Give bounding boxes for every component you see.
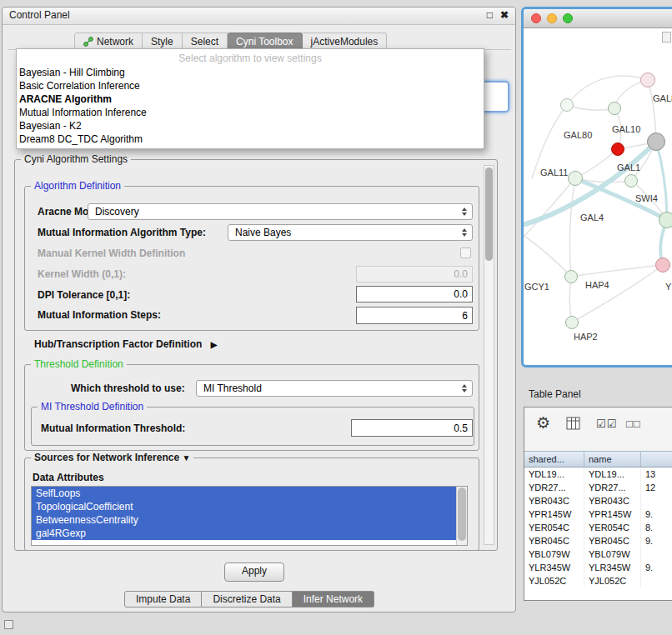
mi-threshold-field[interactable] <box>351 419 473 437</box>
select-all-checkboxes-icon[interactable]: ☑☑ <box>596 418 617 430</box>
network-node[interactable] <box>647 132 665 151</box>
sources-group-title[interactable]: Sources for Network Inference ▼ <box>31 452 193 463</box>
table-cell[interactable]: YBR045C <box>524 534 584 548</box>
list-item-betweennesscentrality[interactable]: BetweennessCentrality <box>32 513 457 527</box>
table-row[interactable]: YJL052C YJL052C <box>524 574 672 588</box>
aracne-mode-select[interactable]: Discovery <box>88 203 473 220</box>
table-row[interactable]: YDL19... YDL19... 13 <box>524 468 672 481</box>
algorithm-option-mutual-information[interactable]: Mutual Information Inference <box>17 106 484 119</box>
mi-steps-label: Mutual Information Steps: <box>38 307 161 323</box>
table-cell[interactable]: YLR345W <box>584 561 641 574</box>
tab-select[interactable]: Select <box>183 32 228 50</box>
network-node-gal1[interactable] <box>624 174 638 188</box>
network-node[interactable] <box>659 212 672 228</box>
algorithm-option-basic-correlation[interactable]: Basic Correlation Inference <box>17 79 484 92</box>
table-cell[interactable]: YBR043C <box>524 494 584 508</box>
table-cell[interactable]: YER054C <box>584 521 641 534</box>
network-window-titlebar[interactable] <box>524 9 672 28</box>
table-row[interactable]: YDR27... YDR27... 12 <box>524 481 672 494</box>
network-node[interactable] <box>560 98 574 112</box>
table-row[interactable]: YBL079W YBL079W <box>524 548 672 561</box>
close-traffic-light-icon[interactable] <box>531 13 541 23</box>
column-browser-icon[interactable] <box>566 417 580 430</box>
table-cell[interactable]: YDL19... <box>524 468 584 481</box>
control-panel-titlebar[interactable]: Control Panel □ ✖ <box>3 8 515 25</box>
minimize-traffic-light-icon[interactable] <box>547 13 557 23</box>
settings-scrollbar-thumb[interactable] <box>485 168 493 261</box>
table-cell[interactable]: 9. <box>641 508 672 521</box>
settings-scrollbar[interactable] <box>484 165 494 545</box>
table-cell[interactable]: 12 <box>641 481 672 494</box>
tab-style[interactable]: Style <box>143 32 183 50</box>
table-cell[interactable]: 8. <box>641 521 672 534</box>
close-window-icon[interactable]: ✖ <box>500 9 509 21</box>
apply-button[interactable]: Apply <box>224 562 284 582</box>
dpi-tolerance-field[interactable] <box>356 286 473 302</box>
algorithm-option-aracne[interactable]: ARACNE Algorithm <box>17 92 484 106</box>
column-header-name[interactable]: name <box>584 452 641 467</box>
table-cell[interactable]: 9. <box>641 561 672 574</box>
network-node[interactable] <box>608 102 621 115</box>
network-node-hap4[interactable] <box>564 270 578 283</box>
tab-network[interactable]: Network <box>74 32 143 50</box>
algorithm-option-bayesian-k2[interactable]: Bayesian - K2 <box>17 119 484 132</box>
table-row[interactable]: YBR043C YBR043C <box>524 494 672 508</box>
data-attributes-label: Data Attributes <box>33 469 104 486</box>
table-row[interactable]: YER054C YER054C 8. <box>524 521 672 534</box>
list-item-topologicalcoefficient[interactable]: TopologicalCoefficient <box>32 500 457 513</box>
table-cell[interactable]: YBR043C <box>584 494 641 508</box>
network-node-gal10[interactable] <box>611 142 624 156</box>
gear-icon[interactable]: ⚙ <box>536 414 550 432</box>
table-cell[interactable]: YPR145W <box>584 508 641 521</box>
table-cell[interactable]: YBL079W <box>524 548 584 561</box>
tab-infer-network[interactable]: Infer Network <box>293 591 374 608</box>
network-canvas[interactable]: GAL8 GAL80 GAL10 GAL11 GAL1 SWI4 GAL4 GC… <box>524 28 672 361</box>
table-cell[interactable]: YDR27... <box>584 481 641 494</box>
table-cell[interactable] <box>641 494 672 508</box>
attributes-scrollbar[interactable] <box>456 487 467 545</box>
table-cell[interactable]: YLR345W <box>524 561 584 574</box>
table-cell[interactable] <box>641 548 672 561</box>
algorithm-select-fragment[interactable] <box>481 81 509 112</box>
tab-impute-data[interactable]: Impute Data <box>124 591 202 608</box>
float-window-icon[interactable]: □ <box>487 9 493 21</box>
table-cell[interactable]: YDL19... <box>584 468 641 481</box>
network-node[interactable] <box>655 258 670 272</box>
panel-dock-icon[interactable] <box>4 620 13 629</box>
network-node[interactable] <box>640 72 655 88</box>
column-header-third[interactable] <box>641 452 672 467</box>
tab-cyni-toolbox[interactable]: Cyni Toolbox <box>228 32 302 50</box>
network-node-hap2[interactable] <box>565 316 579 329</box>
attributes-scrollbar-thumb[interactable] <box>458 488 466 541</box>
algorithm-option-dream8[interactable]: Dream8 DC_TDC Algorithm <box>17 132 484 146</box>
table-cell[interactable]: YBL079W <box>584 548 641 561</box>
network-node-gal11[interactable] <box>568 171 583 186</box>
table-cell[interactable]: 9. <box>641 534 672 548</box>
list-item-gal4rgexp[interactable]: gal4RGexp <box>32 527 457 540</box>
table-cell[interactable]: YER054C <box>524 521 584 534</box>
table-cell[interactable] <box>641 574 672 588</box>
table-cell[interactable]: 13 <box>641 468 672 481</box>
tab-discretize-data[interactable]: Discretize Data <box>202 591 292 608</box>
table-cell[interactable]: YJL052C <box>524 574 584 588</box>
table-row[interactable]: YPR145W YPR145W 9. <box>524 508 672 521</box>
mi-steps-field[interactable] <box>356 307 473 324</box>
table-cell[interactable]: YBR045C <box>584 534 641 548</box>
list-item-selfloops[interactable]: SelfLoops <box>32 487 457 500</box>
column-header-shared-name[interactable]: shared... <box>524 452 584 467</box>
table-row[interactable]: YLR345W YLR345W 9. <box>524 561 672 574</box>
table-cell[interactable]: YPR145W <box>524 508 584 521</box>
table-cell[interactable]: YDR27... <box>524 481 584 494</box>
which-threshold-select[interactable]: MI Threshold <box>196 380 473 397</box>
hub-definition-expander[interactable]: Hub/Transcription Factor Definition ▶ <box>34 336 217 353</box>
node-label-gal80: GAL80 <box>564 130 592 140</box>
table-row[interactable]: YBR045C YBR045C 9. <box>524 534 672 548</box>
algorithm-option-bayesian-hill[interactable]: Bayesian - Hill Climbing <box>17 66 484 79</box>
table-cell[interactable]: YJL052C <box>584 574 641 588</box>
zoom-traffic-light-icon[interactable] <box>563 13 573 23</box>
tab-jactivemodules[interactable]: jActiveModules <box>303 32 388 50</box>
data-attributes-list[interactable]: SelfLoops TopologicalCoefficient Between… <box>31 486 468 546</box>
deselect-all-checkboxes-icon[interactable]: □□ <box>626 418 641 430</box>
mi-algorithm-type-select[interactable]: Naive Bayes <box>228 224 473 241</box>
network-scrollbar-nub[interactable] <box>662 32 671 42</box>
